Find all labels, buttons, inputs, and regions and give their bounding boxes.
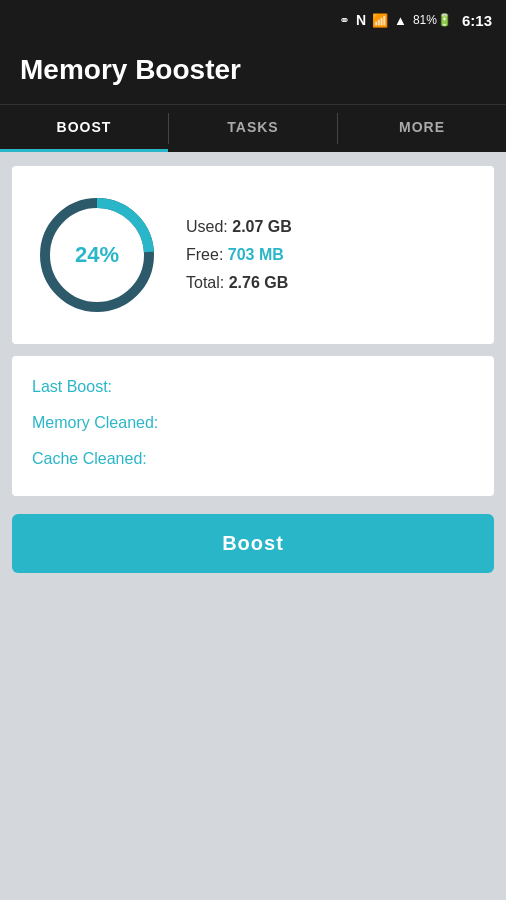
battery-percentage: 81% bbox=[413, 13, 437, 27]
free-label: Free: bbox=[186, 246, 228, 263]
used-label: Used: bbox=[186, 218, 232, 235]
tab-tasks[interactable]: TASKS bbox=[169, 105, 337, 152]
total-stat: Total: 2.76 GB bbox=[186, 274, 292, 292]
tab-more[interactable]: MORE bbox=[338, 105, 506, 152]
status-time: 6:13 bbox=[462, 12, 492, 29]
tab-boost[interactable]: BOOST bbox=[0, 105, 168, 152]
memory-stats: Used: 2.07 GB Free: 703 MB Total: 2.76 G… bbox=[186, 218, 292, 292]
used-stat: Used: 2.07 GB bbox=[186, 218, 292, 236]
last-boost-line: Last Boost: bbox=[32, 378, 474, 396]
status-bar: ⚭ N 📶 ▲ 81% 🔋 6:13 bbox=[0, 0, 506, 40]
free-value: 703 MB bbox=[228, 246, 284, 263]
boost-button-container: Boost bbox=[0, 514, 506, 573]
battery-icon: 81% 🔋 bbox=[413, 13, 452, 27]
free-stat: Free: 703 MB bbox=[186, 246, 292, 264]
tab-bar: BOOST TASKS MORE bbox=[0, 104, 506, 152]
app-header: Memory Booster bbox=[0, 40, 506, 104]
cache-cleaned-line: Cache Cleaned: bbox=[32, 450, 474, 468]
status-icons: ⚭ N 📶 ▲ 81% 🔋 6:13 bbox=[339, 12, 492, 29]
boost-button[interactable]: Boost bbox=[12, 514, 494, 573]
memory-donut-chart: 24% bbox=[32, 190, 162, 320]
signal-icon: ▲ bbox=[394, 13, 407, 28]
memory-card: 24% Used: 2.07 GB Free: 703 MB Total: 2.… bbox=[12, 166, 494, 344]
total-value: 2.76 GB bbox=[229, 274, 289, 291]
total-label: Total: bbox=[186, 274, 229, 291]
main-content: 24% Used: 2.07 GB Free: 703 MB Total: 2.… bbox=[0, 152, 506, 510]
network-icon: N bbox=[356, 12, 366, 28]
bluetooth-icon: ⚭ bbox=[339, 13, 350, 28]
used-value: 2.07 GB bbox=[232, 218, 292, 235]
info-card: Last Boost: Memory Cleaned: Cache Cleane… bbox=[12, 356, 494, 496]
wifi-icon: 📶 bbox=[372, 13, 388, 28]
app-title: Memory Booster bbox=[20, 54, 486, 86]
memory-percentage: 24% bbox=[75, 242, 119, 268]
memory-cleaned-line: Memory Cleaned: bbox=[32, 414, 474, 432]
